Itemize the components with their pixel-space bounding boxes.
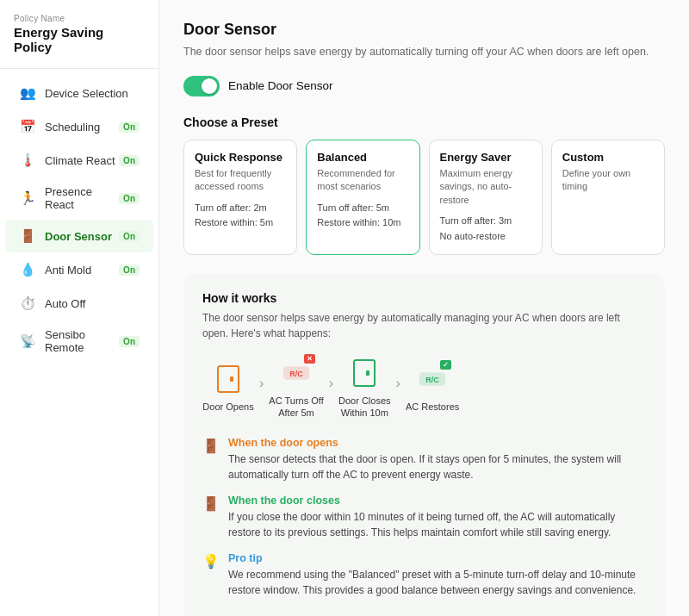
preset-heading: Choose a Preset <box>183 115 665 129</box>
preset-desc-custom: Define your own timing <box>562 167 654 194</box>
scheduling-icon: 📅 <box>19 118 36 135</box>
preset-custom[interactable]: CustomDefine your own timing <box>551 140 665 255</box>
how-it-works-box: How it works The door sensor helps save … <box>183 274 665 616</box>
sidebar-label-sensibo-remote: Sensibo Remote <box>45 328 119 354</box>
badge-door-sensor: On <box>119 231 140 242</box>
sensibo-remote-icon: 📡 <box>19 333 36 350</box>
svg-rect-1 <box>230 376 233 382</box>
enable-door-sensor-toggle[interactable] <box>183 76 220 96</box>
door-sensor-icon: 🚪 <box>19 227 36 245</box>
how-it-works-heading: How it works <box>202 291 646 305</box>
climate-react-icon: 🌡️ <box>19 152 36 169</box>
sidebar-item-scheduling[interactable]: 📅SchedulingOn <box>5 110 153 143</box>
door-closes-info-icon: 🚪 <box>202 495 220 540</box>
ac-turns-off-label: AC Turns OffAfter 5m <box>269 395 323 420</box>
ac-restores-icon: R/C✓ <box>416 363 449 395</box>
auto-off-icon: ⏱️ <box>19 295 36 312</box>
sidebar-label-presence-react: Presence React <box>45 185 119 211</box>
door-opens-info-text: The sensor detects that the door is open… <box>228 451 646 482</box>
sidebar-label-auto-off: Auto Off <box>45 297 140 310</box>
svg-rect-5 <box>366 370 369 376</box>
door-opens-label: Door Opens <box>202 401 253 413</box>
pro-tip-title: Pro tip <box>228 552 646 564</box>
sidebar-item-sensibo-remote[interactable]: 📡Sensibo RemoteOn <box>5 320 153 362</box>
presence-react-icon: 🏃 <box>19 190 36 207</box>
svg-text:R/C: R/C <box>425 376 439 384</box>
page-title: Door Sensor <box>183 21 665 39</box>
sidebar-item-anti-mold[interactable]: 💧Anti MoldOn <box>5 253 153 286</box>
svg-text:R/C: R/C <box>289 370 303 378</box>
preset-name-energy-saver: Energy Saver <box>440 151 531 164</box>
policy-label: Policy Name <box>0 14 158 25</box>
badge-climate-react: On <box>119 155 140 166</box>
sidebar-label-scheduling: Scheduling <box>45 121 119 134</box>
preset-desc-balanced: Recommended for most scenarios <box>317 167 408 194</box>
anti-mold-icon: 💧 <box>19 261 36 278</box>
badge-scheduling: On <box>119 121 140 133</box>
page-subtitle: The door sensor helps save energy by aut… <box>183 44 665 60</box>
info-item-door-closes-info: 🚪When the door closesIf you close the do… <box>202 495 646 540</box>
svg-rect-0 <box>218 366 239 392</box>
device-selection-icon: 👥 <box>19 84 36 102</box>
ac-turns-off-icon: R/C✕ <box>280 357 313 389</box>
flow-arrow-0: › <box>259 376 264 391</box>
sidebar-item-device-selection[interactable]: 👥Device Selection <box>5 77 153 109</box>
flow-step-door-closes: Door ClosesWithin 10m <box>338 357 391 420</box>
preset-name-quick-response: Quick Response <box>195 151 286 164</box>
badge-presence-react: On <box>119 193 140 204</box>
door-closes-info-text: If you close the door within 10 minutes … <box>228 509 646 540</box>
sidebar-label-climate-react: Climate React <box>45 154 119 167</box>
door-closes-icon <box>348 357 381 389</box>
preset-energy-saver[interactable]: Energy SaverMaximum energy savings, no a… <box>429 140 543 255</box>
door-closes-label: Door ClosesWithin 10m <box>338 395 391 420</box>
flow-step-ac-restores: R/C✓AC Restores <box>406 363 459 413</box>
sidebar-item-climate-react[interactable]: 🌡️Climate ReactOn <box>5 144 153 177</box>
flow-step-door-opens: Door Opens <box>202 363 254 413</box>
presets-row: Quick ResponseBest for frequently access… <box>183 140 665 255</box>
preset-desc-quick-response: Best for frequently accessed rooms <box>195 167 286 194</box>
flow-arrow-1: › <box>329 376 333 391</box>
toggle-row: Enable Door Sensor <box>183 76 665 96</box>
door-closes-info-title: When the door closes <box>228 495 646 507</box>
preset-detail-quick-response: Turn off after: 2mRestore within: 5m <box>195 201 286 231</box>
toggle-label: Enable Door Sensor <box>228 79 333 92</box>
preset-balanced[interactable]: BalancedRecommended for most scenariosTu… <box>306 140 419 255</box>
door-opens-info-icon: 🚪 <box>202 438 220 482</box>
preset-detail-energy-saver: Turn off after: 3mNo auto-restore <box>440 214 531 244</box>
door-opens-info-title: When the door opens <box>228 437 646 449</box>
sidebar-label-door-sensor: Door Sensor <box>45 230 119 243</box>
sidebar-menu: 👥Device Selection📅SchedulingOn🌡️Climate … <box>0 76 158 363</box>
sidebar-label-device-selection: Device Selection <box>45 87 140 100</box>
preset-desc-energy-saver: Maximum energy savings, no auto-restore <box>440 167 531 207</box>
flow-step-ac-turns-off: R/C✕AC Turns OffAfter 5m <box>269 357 323 420</box>
preset-name-balanced: Balanced <box>317 151 408 164</box>
svg-rect-4 <box>354 360 375 386</box>
info-list: 🚪When the door opensThe sensor detects t… <box>202 437 646 598</box>
sidebar-label-anti-mold: Anti Mold <box>45 264 119 277</box>
sidebar-item-presence-react[interactable]: 🏃Presence ReactOn <box>5 177 153 219</box>
info-item-door-opens-info: 🚪When the door opensThe sensor detects t… <box>202 437 646 482</box>
how-it-works-desc: The door sensor helps save energy by aut… <box>202 310 646 341</box>
ac-restores-label: AC Restores <box>406 401 459 413</box>
flow-diagram: Door Opens›R/C✕AC Turns OffAfter 5m›Door… <box>202 357 646 420</box>
info-item-pro-tip: 💡Pro tipWe recommend using the "Balanced… <box>202 552 646 598</box>
main-content: Door Sensor The door sensor helps save e… <box>159 0 689 616</box>
policy-name: Energy Saving Policy <box>0 25 158 69</box>
preset-quick-response[interactable]: Quick ResponseBest for frequently access… <box>183 140 297 255</box>
badge-sensibo-remote: On <box>119 336 140 347</box>
preset-name-custom: Custom <box>562 151 654 164</box>
preset-detail-balanced: Turn off after: 5mRestore within: 10m <box>317 201 408 231</box>
sidebar-item-auto-off[interactable]: ⏱️Auto Off <box>5 287 153 320</box>
door-opens-icon <box>212 363 245 395</box>
flow-arrow-2: › <box>396 376 400 391</box>
pro-tip-text: We recommend using the "Balanced" preset… <box>228 567 646 598</box>
sidebar-item-door-sensor[interactable]: 🚪Door SensorOn <box>5 220 153 252</box>
badge-anti-mold: On <box>119 264 140 276</box>
sidebar: Policy Name Energy Saving Policy 👥Device… <box>0 0 159 616</box>
pro-tip-icon: 💡 <box>202 553 220 598</box>
